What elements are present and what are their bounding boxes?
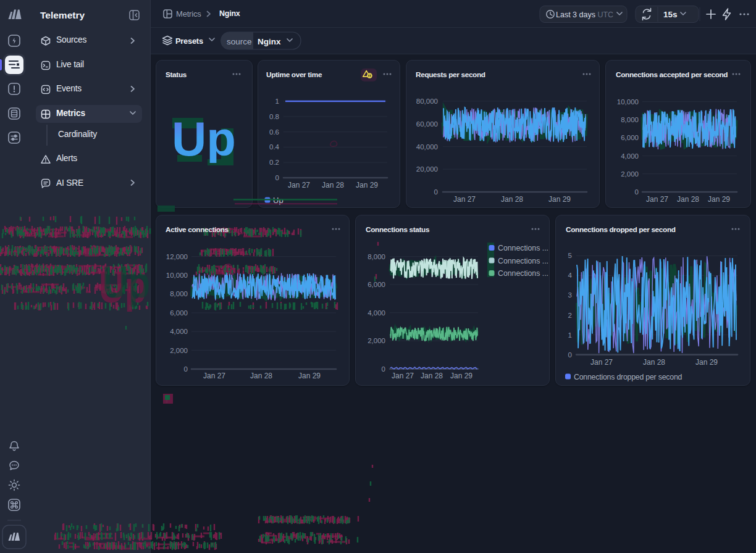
svg-text:Up: Up [103, 257, 150, 307]
